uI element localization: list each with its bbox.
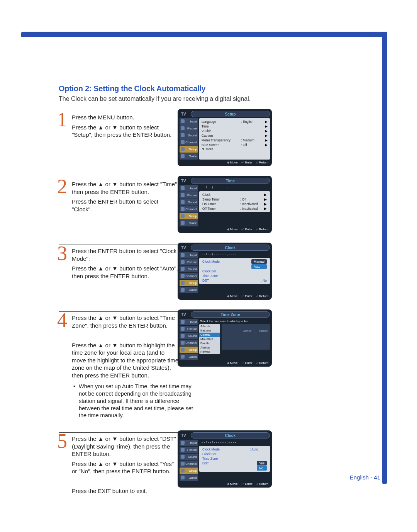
osd-tab-channel[interactable]: Channel [180,139,198,146]
osd-tab-input[interactable]: Input [180,185,198,192]
osd-title: Time Zone [220,313,240,317]
osd-tab-setup[interactable]: Setup [180,347,198,353]
osd-tab-sound[interactable]: Sound [180,454,198,460]
osd-tab-guide[interactable]: Guide [180,354,198,360]
osd-title: Clock [225,246,236,250]
timezone-list[interactable]: Atlantic Eastern Central Mountain Pacifi… [199,324,220,354]
tz-option[interactable]: Mountain [199,337,220,341]
tz-option[interactable]: Atlantic [199,324,220,328]
step-line: Press the ENTER button to select "Clock … [72,247,179,262]
osd-tab-setup[interactable]: Setup [180,146,198,153]
step-number: 4 [57,310,67,330]
step-line: Press the ▲ or ▼ button to select "Auto"… [72,265,179,280]
osd-tabs: Input Picture Sound Channel Setup Guide [180,252,198,293]
step-line: Press the ▲ or ▼ button to select "Yes" … [72,460,179,475]
osd-tabs: Input Picture Sound Channel Setup Guide [180,185,198,226]
step-line [72,478,179,485]
option-yes[interactable]: Yes [257,461,267,466]
osd-tabs: Input Picture Sound Channel Setup Guide [180,118,198,160]
step-text: Press the ▲ or ▼ button to select "Time … [72,314,179,419]
osd-tab-input[interactable]: Input [180,319,198,325]
osd-clock-empty: - - / - - / - - - - - - : - - - - [199,252,270,257]
step-1: 1 Press the MENU button. Press the ▲ or … [59,111,272,168]
page-decor-right [382,32,387,484]
step-text: Press the ▲ or ▼ button to select "Time"… [72,180,179,213]
step-line: Press the ▲ or ▼ button to select "Setup… [72,124,179,139]
step-text: Press the ENTER button to select "Clock … [72,247,179,280]
osd-tab-sound[interactable]: Sound [180,199,198,206]
osd-tab-setup[interactable]: Setup [180,213,198,219]
step-line: Press the ▲ or ▼ button to select "Time … [72,314,179,329]
step-3: 3 Press the ENTER button to select "Cloc… [59,245,272,301]
osd-clock-empty: - - / - - / - - - - - - : - - - - [199,185,270,190]
step-line: Press the ▲ or ▼ button to highlight the… [72,342,179,379]
osd-panel: Language: English▶ Time▶ V-Chip▶ Caption… [199,118,270,160]
osd-setup: TV Setup Input Picture Sound Channel Set… [178,109,272,166]
step-line [72,331,179,339]
osd-title: Setup [225,112,236,116]
osd-panel: Select the time zone in which you live. … [199,319,270,360]
osd-panel: - - / - - / - - - - - - : - - - - Clock … [199,440,270,481]
option-auto[interactable]: Auto [251,264,267,269]
osd-tv-label: TV [180,433,186,438]
osd-tab-picture[interactable]: Picture [180,192,198,199]
tz-option[interactable]: Hawaii [199,350,220,354]
osd-tab-sound[interactable]: Sound [180,266,198,272]
osd-footer: ◆ Move ↵ Enter ⎌ Return [180,361,270,365]
osd-tab-channel[interactable]: Channel [180,461,198,467]
osd-timezone: TV Time Zone Input Picture Sound Channel… [178,309,272,367]
osd-tab-input[interactable]: Input [180,440,198,446]
osd-tab-input[interactable]: Input [180,252,198,258]
osd-tabs: Input Picture Sound Channel Setup Guide [180,440,198,481]
step-number: 5 [57,431,67,451]
osd-title: Time [226,179,235,183]
step-4: 4 Press the ▲ or ▼ button to select "Tim… [59,311,272,422]
osd-tabs: Input Picture Sound Channel Setup Guide [180,319,198,360]
osd-tab-sound[interactable]: Sound [180,132,198,139]
osd-more: ▼ More [200,147,269,151]
tz-option[interactable]: Eastern [199,328,220,333]
step-text: Press the MENU button. Press the ▲ or ▼ … [72,114,179,139]
osd-footer: ◆ Move ↵ Enter ⎌ Return [180,228,270,231]
osd-tab-picture[interactable]: Picture [180,125,198,132]
osd-tab-guide[interactable]: Guide [180,287,198,293]
intro-text: The Clock can be set automatically if yo… [59,95,272,102]
page-decor-top [21,32,387,37]
tz-option[interactable]: Alaska [199,345,220,350]
step-line: Press the ENTER button to select "Clock"… [72,198,179,213]
osd-footer: ◆ Move ↵ Enter ⎌ Return [180,294,270,298]
timezone-map: Alaska Atlantic [222,324,270,350]
option-no[interactable]: No [257,466,267,471]
osd-tv-label: TV [180,179,186,183]
step-number: 2 [57,177,67,197]
osd-prompt: Select the time zone in which you live. [199,319,270,324]
osd-clock: TV Clock Input Picture Sound Channel Set… [178,243,272,300]
osd-tab-setup[interactable]: Setup [180,467,198,474]
osd-tab-picture[interactable]: Picture [180,259,198,265]
osd-tab-picture[interactable]: Picture [180,447,198,453]
osd-tab-sound[interactable]: Sound [180,333,198,339]
option-manual[interactable]: Manual [251,259,267,264]
osd-tab-guide[interactable]: Guide [180,474,198,481]
page-number: English - 41 [350,474,380,481]
osd-tab-channel[interactable]: Channel [180,340,198,346]
osd-tab-channel[interactable]: Channel [180,206,198,212]
osd-tv-label: TV [180,112,186,116]
osd-panel: - - / - - / - - - - - - : - - - - Clock▶… [199,185,270,226]
osd-tab-guide[interactable]: Guide [180,153,198,160]
step-note: •When you set up Auto Time, the set time… [79,383,195,419]
step-line: Press the EXIT button to exit. [72,487,179,495]
osd-tv-label: TV [180,246,186,250]
step-2: 2 Press the ▲ or ▼ button to select "Tim… [59,178,272,235]
osd-title: Clock [225,433,236,438]
osd-tab-input[interactable]: Input [180,118,198,125]
osd-tab-guide[interactable]: Guide [180,220,198,226]
step-number: 3 [57,243,67,263]
tz-option[interactable]: Pacific [199,341,220,345]
step-text: Press the ▲ or ▼ button to select "DST"(… [72,435,179,495]
tz-option-selected[interactable]: Central [199,333,220,337]
step-line: Press the MENU button. [72,114,179,121]
osd-tab-picture[interactable]: Picture [180,326,198,332]
osd-tab-channel[interactable]: Channel [180,273,198,279]
osd-tab-setup[interactable]: Setup [180,280,198,286]
